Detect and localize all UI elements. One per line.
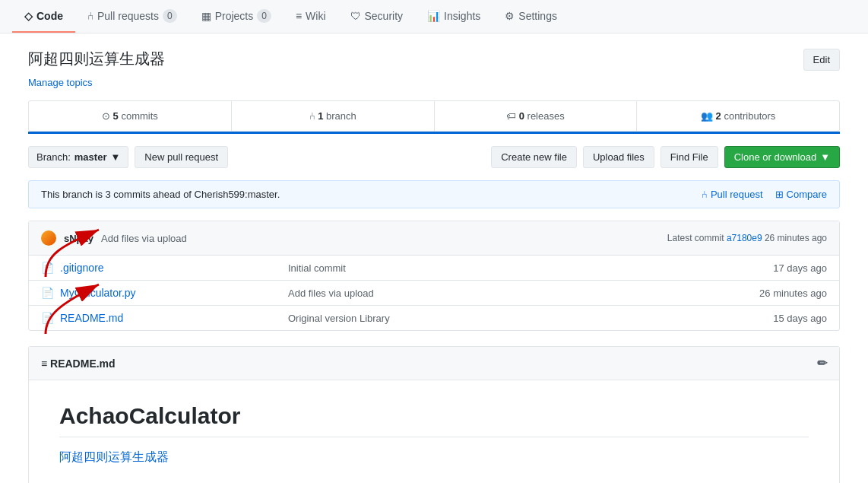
edit-button[interactable]: Edit xyxy=(803,49,840,71)
branches-count: 1 xyxy=(318,110,323,122)
branches-stat[interactable]: ⑃ 1 branch xyxy=(232,101,435,131)
readme-subtitle: 阿超四则运算生成器 xyxy=(59,450,809,466)
releases-label: releases xyxy=(527,110,565,122)
tab-projects[interactable]: ▦ Projects 0 xyxy=(189,0,284,33)
projects-icon: ▦ xyxy=(201,10,211,22)
security-icon: 🛡 xyxy=(350,10,361,22)
readme-section: ≡ README.md ✏ AchaoCalculator 阿超四则运算生成器 xyxy=(28,346,840,483)
stats-bar: ⊙ 5 commits ⑃ 1 branch 🏷 0 releases 👥 2 … xyxy=(28,100,840,132)
compare-icon: ⊞ xyxy=(775,189,784,200)
readme-icon: ≡ xyxy=(41,357,50,370)
toolbar: Branch: master ▼ New pull request Create… xyxy=(28,146,840,168)
readme-header-label: ≡ README.md xyxy=(41,357,116,370)
insights-icon: 📊 xyxy=(427,10,440,22)
readme-edit-button[interactable]: ✏ xyxy=(817,356,827,370)
pull-request-link-icon: ⑃ xyxy=(702,189,708,200)
tab-insights[interactable]: 📊 Insights xyxy=(415,1,493,33)
wiki-icon: ≡ xyxy=(296,10,302,22)
file-name-readme[interactable]: README.md xyxy=(60,312,288,324)
commit-icon: ⊙ xyxy=(102,110,113,122)
avatar xyxy=(41,230,56,246)
repo-title: 阿超四则运算生成器 xyxy=(28,49,165,69)
readme-header: ≡ README.md ✏ xyxy=(29,347,839,380)
contributors-stat[interactable]: 👥 2 contributors xyxy=(637,101,839,131)
projects-badge: 0 xyxy=(257,9,271,23)
file-time-mycalculator: 26 minutes ago xyxy=(736,288,827,299)
file-name-gitignore[interactable]: .gitignore xyxy=(60,262,288,274)
repo-header: 阿超四则运算生成器 Edit xyxy=(28,49,840,71)
tab-code[interactable]: ◇ Code xyxy=(12,1,75,33)
file-icon-readme: 📄 xyxy=(41,312,54,324)
tab-navigation: ◇ Code ⑃ Pull requests 0 ▦ Projects 0 ≡ … xyxy=(0,0,868,33)
clone-download-button[interactable]: Clone or download ▼ xyxy=(724,146,840,168)
pull-request-link[interactable]: ⑃ Pull request xyxy=(702,189,763,200)
tab-pull-requests[interactable]: ⑃ Pull requests 0 xyxy=(75,0,189,33)
file-icon-mycalculator: 📄 xyxy=(41,287,54,299)
file-row: 📄 MyCalculator.py Add files via upload 2… xyxy=(29,281,839,306)
commit-time: 26 minutes ago xyxy=(765,233,827,243)
commits-count: 5 xyxy=(113,110,119,122)
branch-info-bar: This branch is 3 commits ahead of Cheris… xyxy=(28,180,840,208)
readme-title: AchaoCalculator xyxy=(59,403,809,437)
compare-link[interactable]: ⊞ Compare xyxy=(775,189,827,200)
toolbar-left: Branch: master ▼ New pull request xyxy=(28,146,228,168)
new-pull-request-button[interactable]: New pull request xyxy=(135,146,228,168)
pull-requests-badge: 0 xyxy=(163,9,177,23)
branch-info-actions: ⑃ Pull request ⊞ Compare xyxy=(702,189,827,200)
file-table-header: sNpky Add files via upload Latest commit… xyxy=(29,221,839,256)
manage-topics-link[interactable]: Manage topics xyxy=(28,77,840,88)
commits-label: commits xyxy=(121,110,157,122)
releases-stat[interactable]: 🏷 0 releases xyxy=(435,101,638,131)
file-time-gitignore: 17 days ago xyxy=(736,262,827,274)
tab-wiki[interactable]: ≡ Wiki xyxy=(284,1,338,33)
find-file-button[interactable]: Find File xyxy=(661,146,718,168)
commit-hash[interactable]: a7180e9 xyxy=(727,233,762,243)
file-time-readme: 15 days ago xyxy=(736,313,827,324)
contributors-icon: 👥 xyxy=(701,110,716,122)
branch-ahead-message: This branch is 3 commits ahead of Cheris… xyxy=(41,189,280,200)
clone-dropdown-icon: ▼ xyxy=(820,151,830,163)
settings-icon: ⚙ xyxy=(505,10,515,22)
clone-download-label: Clone or download xyxy=(734,151,816,163)
chevron-down-icon: ▼ xyxy=(110,151,120,163)
file-commit-mycalculator: Add files via upload xyxy=(288,288,736,299)
toolbar-right: Create new file Upload files Find File C… xyxy=(491,146,840,168)
commit-message-header: Add files via upload xyxy=(101,233,187,244)
releases-count: 0 xyxy=(519,110,524,122)
contributors-count: 2 xyxy=(716,110,721,122)
file-commit-readme: Original version Library xyxy=(288,313,736,324)
main-content: 阿超四则运算生成器 Edit Manage topics ⊙ 5 commits… xyxy=(16,33,852,483)
readme-body: AchaoCalculator 阿超四则运算生成器 xyxy=(29,380,839,483)
pull-request-icon: ⑃ xyxy=(87,10,93,22)
branch-selector[interactable]: Branch: master ▼ xyxy=(28,146,128,168)
file-icon-gitignore: 📄 xyxy=(41,262,54,274)
commit-meta: Latest commit a7180e9 26 minutes ago xyxy=(667,233,827,243)
code-icon: ◇ xyxy=(24,10,33,22)
blue-highlight-bar xyxy=(28,132,840,134)
commit-author[interactable]: sNpky xyxy=(64,233,93,244)
contributors-label: contributors xyxy=(724,110,775,122)
avatar-image xyxy=(41,230,56,246)
branch-icon: ⑃ xyxy=(309,110,318,122)
create-new-file-button[interactable]: Create new file xyxy=(491,146,577,168)
file-commit-gitignore: Initial commit xyxy=(288,262,736,274)
branch-name: master xyxy=(74,151,107,163)
tab-settings[interactable]: ⚙ Settings xyxy=(493,1,569,33)
tab-security[interactable]: 🛡 Security xyxy=(338,1,416,33)
file-table: sNpky Add files via upload Latest commit… xyxy=(28,221,840,331)
file-row: 📄 .gitignore Initial commit 17 days ago xyxy=(29,256,839,281)
upload-files-button[interactable]: Upload files xyxy=(583,146,654,168)
latest-commit-label: Latest commit xyxy=(667,233,724,243)
file-row: 📄 README.md Original version Library 15 … xyxy=(29,306,839,330)
branch-label: Branch: xyxy=(36,151,71,163)
commits-stat[interactable]: ⊙ 5 commits xyxy=(29,101,232,131)
branches-label: branch xyxy=(326,110,356,122)
release-icon: 🏷 xyxy=(506,110,519,122)
file-name-mycalculator[interactable]: MyCalculator.py xyxy=(60,287,288,299)
